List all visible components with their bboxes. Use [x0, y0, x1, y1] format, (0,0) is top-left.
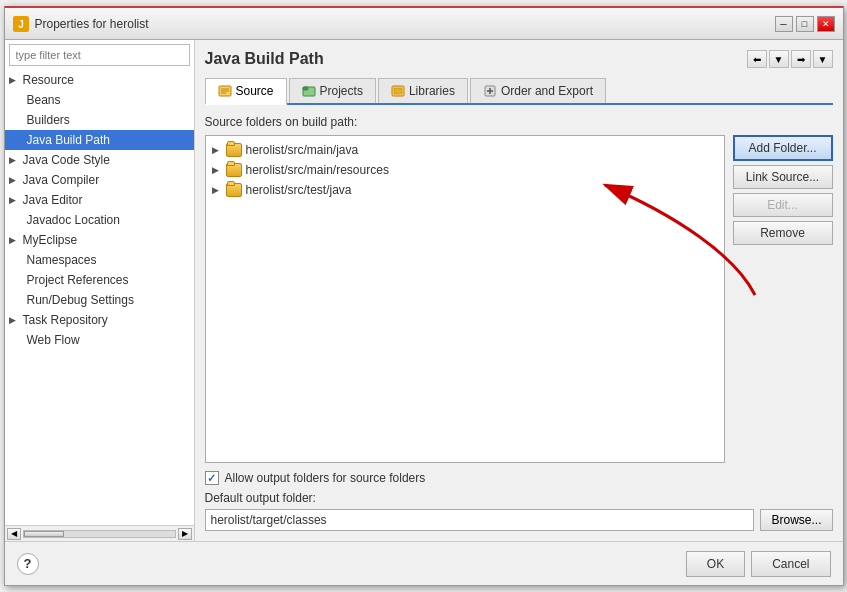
- sidebar-item-label: Namespaces: [27, 253, 97, 267]
- svg-rect-9: [394, 88, 402, 94]
- checkbox-label: Allow output folders for source folders: [225, 471, 426, 485]
- nav-dropdown1-button[interactable]: ▼: [769, 50, 789, 68]
- sidebar-item-label: Task Repository: [23, 313, 108, 327]
- main-header: Java Build Path ⬅ ▼ ➡ ▼: [205, 50, 833, 68]
- tab-label: Order and Export: [501, 84, 593, 98]
- minimize-button[interactable]: ─: [775, 16, 793, 32]
- sidebar-item[interactable]: Java Build Path: [5, 130, 194, 150]
- sidebar-item[interactable]: Web Flow: [5, 330, 194, 350]
- content-area: ▶herolist/src/main/java▶herolist/src/mai…: [205, 135, 833, 463]
- folder-list[interactable]: ▶herolist/src/main/java▶herolist/src/mai…: [205, 135, 725, 463]
- folder-item[interactable]: ▶herolist/src/test/java: [210, 180, 720, 200]
- maximize-button[interactable]: □: [796, 16, 814, 32]
- sidebar-list: ▶ResourceBeansBuildersJava Build Path▶Ja…: [5, 70, 194, 525]
- svg-text:J: J: [18, 19, 24, 30]
- libraries-tab-icon: [391, 84, 405, 98]
- folder-expand-icon: ▶: [212, 145, 226, 155]
- sidebar-item[interactable]: ▶Java Code Style: [5, 150, 194, 170]
- link-source-button[interactable]: Link Source...: [733, 165, 833, 189]
- scroll-right-button[interactable]: ▶: [178, 528, 192, 540]
- add-folder-button[interactable]: Add Folder...: [733, 135, 833, 161]
- tab-label: Source: [236, 84, 274, 98]
- cancel-button[interactable]: Cancel: [751, 551, 830, 577]
- expand-arrow-icon: ▶: [9, 235, 21, 245]
- sidebar-item[interactable]: Builders: [5, 110, 194, 130]
- folder-item[interactable]: ▶herolist/src/main/resources: [210, 160, 720, 180]
- nav-dropdown2-button[interactable]: ▼: [813, 50, 833, 68]
- scroll-left-button[interactable]: ◀: [7, 528, 21, 540]
- expand-arrow-icon: ▶: [9, 195, 21, 205]
- sidebar-item[interactable]: ▶Resource: [5, 70, 194, 90]
- expand-arrow-icon: ▶: [9, 315, 21, 325]
- sidebar-item-label: Beans: [27, 93, 61, 107]
- help-button[interactable]: ?: [17, 553, 39, 575]
- title-buttons: ─ □ ✕: [775, 16, 835, 32]
- sidebar-item[interactable]: Javadoc Location: [5, 210, 194, 230]
- folder-item[interactable]: ▶herolist/src/main/java: [210, 140, 720, 160]
- sidebar-item-label: Web Flow: [27, 333, 80, 347]
- sidebar-item-label: MyEclipse: [23, 233, 78, 247]
- title-bar-left: J Properties for herolist: [13, 16, 149, 32]
- dialog-body: ▶ResourceBeansBuildersJava Build Path▶Ja…: [5, 40, 843, 541]
- remove-button[interactable]: Remove: [733, 221, 833, 245]
- close-button[interactable]: ✕: [817, 16, 835, 32]
- browse-button[interactable]: Browse...: [760, 509, 832, 531]
- folder-icon: [226, 143, 242, 157]
- sidebar-item-label: Java Compiler: [23, 173, 100, 187]
- main-content: Java Build Path ⬅ ▼ ➡ ▼ SourceProjectsLi…: [195, 40, 843, 541]
- svg-rect-7: [303, 87, 308, 90]
- sidebar-item-label: Java Build Path: [27, 133, 110, 147]
- nav-buttons: ⬅ ▼ ➡ ▼: [747, 50, 833, 68]
- output-row: Browse...: [205, 509, 833, 531]
- dialog-footer: ? OK Cancel: [5, 541, 843, 585]
- folder-icon: [226, 183, 242, 197]
- folder-icon: [226, 163, 242, 177]
- filter-input[interactable]: [9, 44, 190, 66]
- sidebar-item[interactable]: Beans: [5, 90, 194, 110]
- bottom-section: Allow output folders for source folders …: [205, 471, 833, 531]
- expand-arrow-icon: ▶: [9, 155, 21, 165]
- nav-back-button[interactable]: ⬅: [747, 50, 767, 68]
- order-tab-icon: [483, 84, 497, 98]
- sidebar-item[interactable]: ▶MyEclipse: [5, 230, 194, 250]
- sidebar-item[interactable]: Project References: [5, 270, 194, 290]
- folder-path: herolist/src/main/resources: [246, 163, 389, 177]
- sidebar-item-label: Java Editor: [23, 193, 83, 207]
- folder-path: herolist/src/test/java: [246, 183, 352, 197]
- tabs: SourceProjectsLibrariesOrder and Export: [205, 78, 833, 105]
- sidebar-item[interactable]: ▶Java Compiler: [5, 170, 194, 190]
- tab-order-and-export[interactable]: Order and Export: [470, 78, 606, 103]
- sidebar-scrollbar: ◀ ▶: [5, 525, 194, 541]
- window-title: Properties for herolist: [35, 17, 149, 31]
- sidebar-item-label: Run/Debug Settings: [27, 293, 134, 307]
- tab-content: Source folders on build path: ▶herolist/…: [205, 115, 833, 531]
- properties-dialog: J Properties for herolist ─ □ ✕ ▶Resourc…: [4, 6, 844, 586]
- sidebar-item[interactable]: Namespaces: [5, 250, 194, 270]
- scroll-thumb[interactable]: [24, 531, 64, 537]
- folder-expand-icon: ▶: [212, 185, 226, 195]
- ok-button[interactable]: OK: [686, 551, 745, 577]
- app-icon: J: [13, 16, 29, 32]
- expand-arrow-icon: ▶: [9, 75, 21, 85]
- sidebar-item[interactable]: ▶Java Editor: [5, 190, 194, 210]
- main-title: Java Build Path: [205, 50, 324, 68]
- nav-forward-button[interactable]: ➡: [791, 50, 811, 68]
- tab-source[interactable]: Source: [205, 78, 287, 105]
- sidebar-item[interactable]: Run/Debug Settings: [5, 290, 194, 310]
- action-buttons: Add Folder... Link Source... Edit... Rem…: [733, 135, 833, 463]
- scroll-track: [23, 530, 176, 538]
- sidebar-item[interactable]: ▶Task Repository: [5, 310, 194, 330]
- tab-projects[interactable]: Projects: [289, 78, 376, 103]
- folder-expand-icon: ▶: [212, 165, 226, 175]
- title-bar: J Properties for herolist ─ □ ✕: [5, 8, 843, 40]
- tab-libraries[interactable]: Libraries: [378, 78, 468, 103]
- edit-button[interactable]: Edit...: [733, 193, 833, 217]
- sidebar-item-label: Project References: [27, 273, 129, 287]
- output-field[interactable]: [205, 509, 755, 531]
- allow-output-checkbox[interactable]: [205, 471, 219, 485]
- source-label: Source folders on build path:: [205, 115, 833, 129]
- sidebar-item-label: Javadoc Location: [27, 213, 120, 227]
- sidebar-item-label: Java Code Style: [23, 153, 110, 167]
- sidebar-item-label: Builders: [27, 113, 70, 127]
- tab-label: Projects: [320, 84, 363, 98]
